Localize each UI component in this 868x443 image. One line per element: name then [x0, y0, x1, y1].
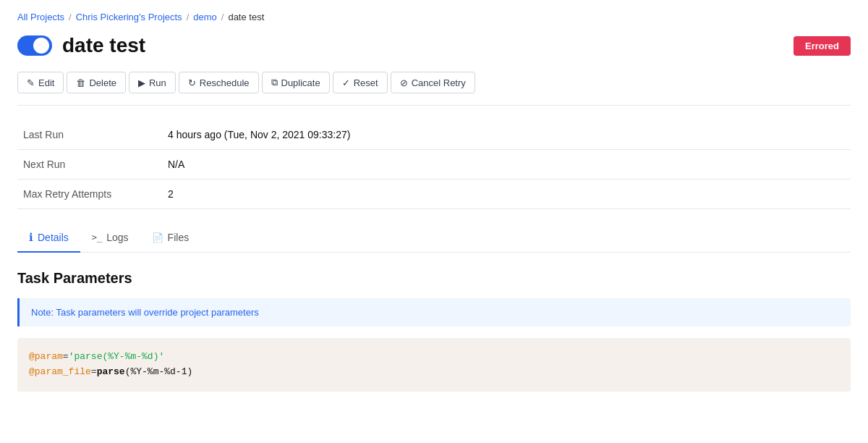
param-key-2: @param_file: [29, 366, 91, 377]
equals-1: =: [63, 351, 69, 362]
enabled-toggle[interactable]: [17, 35, 52, 56]
param-func-2: parse: [97, 366, 125, 377]
duplicate-label: Duplicate: [281, 77, 320, 88]
run-icon: ▶: [138, 77, 145, 88]
param-value-1: 'parse(%Y-%m-%d)': [69, 351, 165, 362]
code-line-2: @param_file=parse(%Y-%m-%d-1): [29, 365, 839, 380]
header-row: date test Errored: [17, 34, 851, 57]
files-icon: 📄: [152, 232, 163, 243]
edit-icon: ✎: [27, 77, 35, 88]
edit-label: Edit: [38, 77, 54, 88]
tab-files[interactable]: 📄 Files: [140, 224, 201, 253]
section-title: Task Parameters: [17, 270, 851, 287]
note-box: Note: Task parameters will override proj…: [17, 298, 851, 326]
run-label: Run: [149, 77, 166, 88]
delete-icon: 🗑: [76, 77, 85, 88]
breadcrumb: All Projects / Chris Pickering's Project…: [17, 12, 851, 22]
next-run-value: N/A: [162, 150, 851, 180]
reset-label: Reset: [354, 77, 378, 88]
tab-details-label: Details: [38, 232, 69, 243]
param-key-1: @param: [29, 351, 63, 362]
delete-button[interactable]: 🗑 Delete: [67, 72, 126, 93]
last-run-value: 4 hours ago (Tue, Nov 2, 2021 09:33:27): [162, 120, 851, 150]
logs-icon: >_: [92, 232, 102, 242]
breadcrumb-current: date test: [228, 12, 264, 22]
table-row: Max Retry Attempts 2: [17, 180, 851, 209]
breadcrumb-sep-1: /: [69, 12, 72, 22]
reset-button[interactable]: ✓ Reset: [333, 72, 388, 93]
toolbar: ✎ Edit 🗑 Delete ▶ Run ↻ Reschedule ⧉ Dup…: [17, 72, 851, 106]
breadcrumb-demo[interactable]: demo: [193, 12, 217, 22]
duplicate-button[interactable]: ⧉ Duplicate: [262, 72, 330, 93]
equals-2: =: [91, 366, 97, 377]
duplicate-icon: ⧉: [271, 77, 278, 88]
cancel-retry-label: Cancel Retry: [412, 77, 466, 88]
breadcrumb-sep-3: /: [221, 12, 224, 22]
task-parameters-section: Task Parameters Note: Task parameters wi…: [17, 270, 851, 392]
breadcrumb-all-projects[interactable]: All Projects: [17, 12, 64, 22]
tab-logs-label: Logs: [106, 232, 128, 243]
reschedule-label: Reschedule: [200, 77, 250, 88]
status-badge: Errored: [793, 36, 851, 56]
title-group: date test: [17, 34, 145, 57]
reset-icon: ✓: [342, 77, 350, 88]
note-text: Note: Task parameters will override proj…: [31, 307, 259, 318]
toggle-thumb: [33, 38, 49, 54]
delete-label: Delete: [89, 77, 116, 88]
code-line-1: @param='parse(%Y-%m-%d)': [29, 350, 839, 365]
breadcrumb-sep-2: /: [187, 12, 190, 22]
param-args-2: (%Y-%m-%d-1): [125, 366, 193, 377]
cancel-retry-icon: ⊘: [400, 77, 408, 88]
code-block: @param='parse(%Y-%m-%d)' @param_file=par…: [17, 338, 851, 392]
table-row: Last Run 4 hours ago (Tue, Nov 2, 2021 0…: [17, 120, 851, 150]
tab-logs[interactable]: >_ Logs: [80, 224, 140, 253]
reschedule-button[interactable]: ↻ Reschedule: [179, 72, 259, 93]
max-retry-label: Max Retry Attempts: [17, 180, 162, 209]
cancel-retry-button[interactable]: ⊘ Cancel Retry: [391, 72, 475, 93]
tab-files-label: Files: [168, 232, 190, 243]
page-title: date test: [62, 34, 145, 57]
breadcrumb-chris-projects[interactable]: Chris Pickering's Projects: [76, 12, 182, 22]
reschedule-icon: ↻: [188, 77, 196, 88]
table-row: Next Run N/A: [17, 150, 851, 180]
tab-details[interactable]: ℹ Details: [17, 224, 80, 253]
last-run-label: Last Run: [17, 120, 162, 150]
next-run-label: Next Run: [17, 150, 162, 180]
edit-button[interactable]: ✎ Edit: [17, 72, 64, 93]
info-table: Last Run 4 hours ago (Tue, Nov 2, 2021 0…: [17, 120, 851, 209]
run-button[interactable]: ▶ Run: [129, 72, 176, 93]
max-retry-value: 2: [162, 180, 851, 209]
details-icon: ℹ: [29, 231, 33, 244]
tabs: ℹ Details >_ Logs 📄 Files: [17, 224, 851, 253]
